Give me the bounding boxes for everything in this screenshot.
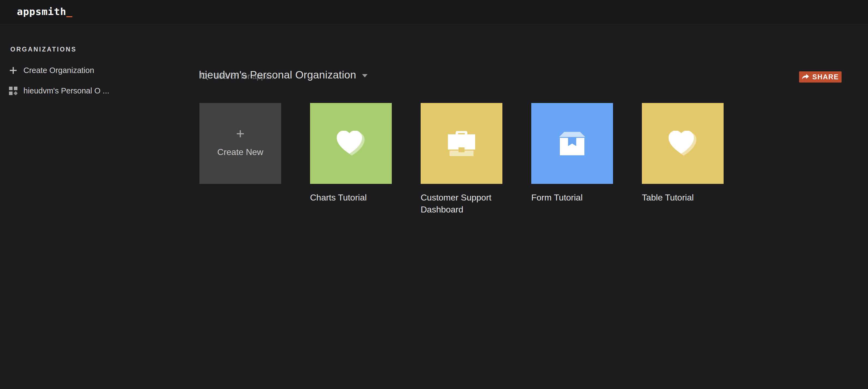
app-card-table-tutorial[interactable] (642, 103, 723, 184)
app-card-form-tutorial[interactable] (531, 103, 613, 184)
sidebar-item-create-organization[interactable]: Create Organization (9, 66, 94, 75)
top-bar: appsmith_ (0, 0, 868, 25)
sidebar-item-personal-organization[interactable]: hieudvm's Personal O ... (9, 86, 109, 95)
app-slot: Charts Tutorial (310, 103, 392, 203)
share-arrow-icon (802, 74, 809, 80)
organization-title: hieudvm's Personal Organization (199, 69, 356, 81)
app-card-label[interactable]: Form Tutorial (531, 192, 613, 203)
app-card-charts-tutorial[interactable] (310, 103, 392, 184)
appsmith-logo[interactable]: appsmith_ (17, 6, 72, 17)
app-slot: Customer Support Dashboard (421, 103, 502, 216)
chevron-down-icon[interactable] (362, 74, 368, 77)
create-new-label: Create New (217, 147, 264, 157)
app-slot: Create New (199, 103, 281, 184)
briefcase-icon (448, 131, 475, 156)
app-card-label[interactable]: Charts Tutorial (310, 192, 392, 203)
organizations-section-title: ORGANIZATIONS (10, 46, 76, 53)
app-slot: Table Tutorial (642, 103, 723, 203)
plus-icon (236, 130, 244, 138)
heart-icon (669, 131, 697, 156)
share-button[interactable]: SHARE (799, 71, 842, 83)
sidebar-item-label: hieudvm's Personal O ... (24, 86, 109, 95)
app-card-customer-support-dashboard[interactable] (421, 103, 502, 184)
sidebar-item-label: Create Organization (24, 66, 94, 75)
app-slot: Form Tutorial (531, 103, 613, 203)
logo-cursor: _ (66, 6, 72, 17)
org-grid-icon (9, 87, 18, 95)
plus-icon (9, 66, 18, 75)
app-card-label[interactable]: Table Tutorial (642, 192, 723, 203)
create-new-app-card[interactable]: Create New (199, 103, 281, 184)
heart-icon (337, 131, 365, 156)
share-button-label: SHARE (812, 73, 839, 81)
organization-title-row: hieudvm's Personal Organization (199, 69, 368, 81)
logo-text: appsmith (17, 6, 66, 17)
box-icon (559, 132, 585, 155)
sidebar: ORGANIZATIONS Create Organization hieudv… (0, 25, 191, 389)
app-card-label[interactable]: Customer Support Dashboard (421, 192, 502, 216)
